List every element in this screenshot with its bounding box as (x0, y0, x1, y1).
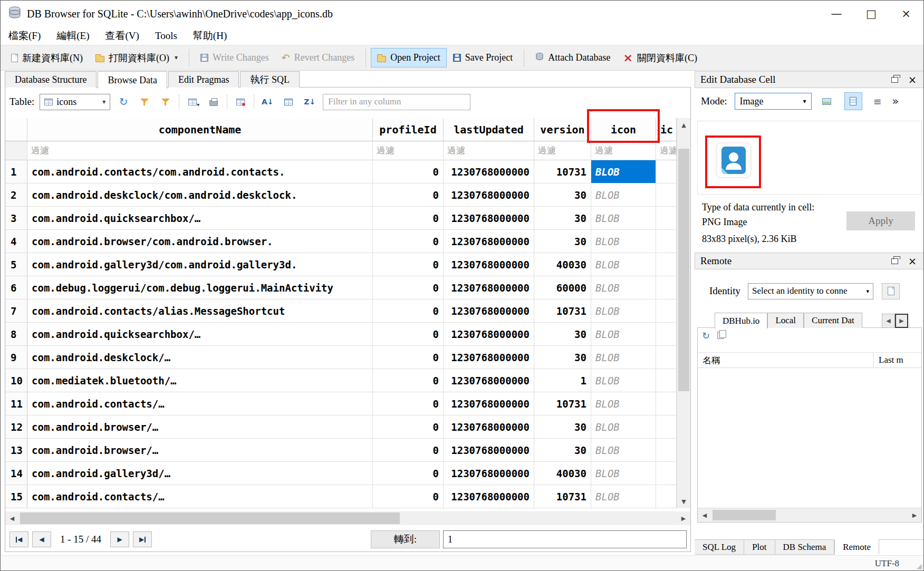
cell-componentName[interactable]: com.debug.loggerui/com.debug.loggerui.Ma… (27, 276, 373, 299)
cell-lastUpdated[interactable]: 1230768000000 (444, 276, 534, 299)
apply-button[interactable]: Apply (846, 211, 915, 230)
table-row[interactable]: 11com.android.contacts/…0123076800000010… (5, 392, 690, 415)
cell-partial[interactable] (656, 207, 677, 230)
cell-profileId[interactable]: 0 (373, 276, 444, 299)
cell-icon[interactable]: BLOB (591, 346, 656, 369)
cell-image-preview[interactable] (697, 121, 922, 195)
chevron-down-icon[interactable]: ▾ (175, 54, 178, 62)
remote-scrollbar-thumb[interactable] (713, 510, 776, 520)
close-database-button[interactable]: × 關閉資料庫(C) (617, 47, 704, 69)
cell-profileId[interactable]: 0 (373, 485, 444, 508)
cell-version[interactable]: 30 (534, 346, 591, 369)
scroll-right-icon[interactable]: ▶ (908, 508, 921, 522)
table-row[interactable]: 2com.android.deskclock/com.android.deskc… (5, 183, 690, 207)
resize-grip-icon[interactable]: ◢ (917, 562, 922, 570)
close-button[interactable]: × (889, 1, 923, 27)
cell-icon[interactable]: BLOB (591, 485, 656, 508)
horizontal-scrollbar[interactable]: ◀ ▶ (5, 511, 690, 525)
undock-panel-button[interactable] (888, 255, 901, 267)
cell-profileId[interactable]: 0 (373, 230, 444, 253)
clear-filters-button[interactable] (137, 94, 152, 110)
corner-header[interactable] (5, 118, 27, 141)
cell-profileId[interactable]: 0 (373, 392, 444, 415)
cell-profileId[interactable]: 0 (373, 207, 444, 230)
remote-horizontal-scrollbar[interactable]: ◀ ▶ (698, 508, 921, 522)
save-project-button[interactable]: Save Project (447, 48, 519, 67)
table-row[interactable]: 10com.mediatek.bluetooth/…01230768000000… (5, 369, 690, 392)
sort-descending-button[interactable]: Z↓ (302, 94, 317, 110)
cell-profileId[interactable]: 0 (373, 346, 444, 369)
tab-db-schema[interactable]: DB Schema (775, 540, 835, 555)
cell-partial[interactable] (656, 230, 677, 253)
mode-select[interactable]: Image ▾ (735, 93, 812, 110)
clone-database-button[interactable] (717, 332, 724, 341)
open-project-button[interactable]: Open Project (371, 48, 446, 67)
cell-icon[interactable]: BLOB (591, 253, 656, 276)
cell-icon[interactable]: BLOB (591, 392, 656, 415)
row-number[interactable]: 3 (5, 207, 27, 230)
row-number[interactable]: 14 (5, 462, 27, 485)
cell-partial[interactable] (656, 160, 677, 183)
cell-lastUpdated[interactable]: 1230768000000 (444, 439, 534, 462)
import-data-button[interactable] (818, 92, 836, 110)
cell-profileId[interactable]: 0 (373, 462, 444, 485)
cell-lastUpdated[interactable]: 1230768000000 (444, 392, 534, 415)
goto-record-input[interactable] (443, 530, 687, 548)
cell-version[interactable]: 40030 (534, 462, 591, 485)
scroll-left-icon[interactable]: ◀ (698, 508, 711, 522)
cell-componentName[interactable]: com.android.browser/… (27, 439, 373, 462)
cell-icon[interactable]: BLOB (591, 299, 656, 323)
menu-view[interactable]: 查看(V) (98, 27, 147, 45)
cell-lastUpdated[interactable]: 1230768000000 (444, 230, 534, 253)
cell-componentName[interactable]: com.mediatek.bluetooth/… (27, 369, 373, 392)
cell-version[interactable]: 30 (534, 323, 591, 346)
filter-input-componentName[interactable] (27, 141, 372, 160)
cell-partial[interactable] (656, 485, 677, 508)
tab-current-database[interactable]: Current Dat (804, 313, 862, 328)
cell-componentName[interactable]: com.android.contacts/… (27, 485, 373, 508)
row-number[interactable]: 13 (5, 439, 27, 462)
menu-edit[interactable]: 編輯(E) (49, 27, 97, 45)
cell-version[interactable]: 30 (534, 439, 591, 462)
cell-icon[interactable]: BLOB (591, 230, 656, 253)
last-record-button[interactable]: ▶ (133, 531, 152, 547)
column-header-name[interactable]: 名稱 (698, 353, 874, 367)
cell-lastUpdated[interactable]: 1230768000000 (444, 462, 534, 485)
cell-profileId[interactable]: 0 (373, 160, 444, 183)
cell-icon[interactable]: BLOB (591, 415, 656, 439)
cell-version[interactable]: 30 (534, 415, 591, 439)
word-wrap-button[interactable]: ≡ (869, 92, 887, 110)
cell-version[interactable]: 10731 (534, 160, 591, 183)
cell-componentName[interactable]: com.android.contacts/… (27, 392, 373, 415)
filter-input-profileId[interactable] (373, 141, 443, 160)
tab-local[interactable]: Local (767, 313, 804, 328)
cell-lastUpdated[interactable]: 1230768000000 (444, 346, 534, 369)
cell-profileId[interactable]: 0 (373, 439, 444, 462)
cell-partial[interactable] (656, 392, 677, 415)
print-button[interactable] (206, 94, 222, 110)
column-header-lastUpdated[interactable]: lastUpdated (444, 118, 534, 141)
tab-browse-data[interactable]: Browse Data (98, 71, 167, 89)
revert-changes-button[interactable]: ↶ Revert Changes (275, 48, 361, 67)
column-header-icon[interactable]: icon (591, 118, 656, 141)
cell-profileId[interactable]: 0 (373, 323, 444, 346)
tab-database-structure[interactable]: Database Structure (5, 71, 97, 88)
cell-icon[interactable]: BLOB (591, 323, 656, 346)
cell-lastUpdated[interactable]: 1230768000000 (444, 160, 534, 183)
cell-partial[interactable] (656, 323, 677, 346)
row-number[interactable]: 1 (5, 160, 27, 183)
table-row[interactable]: 7com.android.contacts/alias.MessageShort… (5, 299, 690, 323)
cell-componentName[interactable]: com.android.deskclock/com.android.deskcl… (27, 183, 373, 207)
cell-profileId[interactable]: 0 (373, 253, 444, 276)
cell-profileId[interactable]: 0 (373, 369, 444, 392)
cell-lastUpdated[interactable]: 1230768000000 (444, 415, 534, 439)
cell-lastUpdated[interactable]: 1230768000000 (444, 253, 534, 276)
cell-lastUpdated[interactable]: 1230768000000 (444, 183, 534, 207)
refresh-remote-button[interactable]: ↻ (702, 331, 710, 341)
cell-partial[interactable] (656, 346, 677, 369)
cell-partial[interactable] (656, 183, 677, 207)
maximize-button[interactable]: □ (854, 1, 889, 27)
table-row[interactable]: 6com.debug.loggerui/com.debug.loggerui.M… (5, 276, 690, 299)
save-table-as-button[interactable]: ▾ (185, 94, 200, 110)
column-header-componentName[interactable]: componentName (27, 118, 373, 141)
